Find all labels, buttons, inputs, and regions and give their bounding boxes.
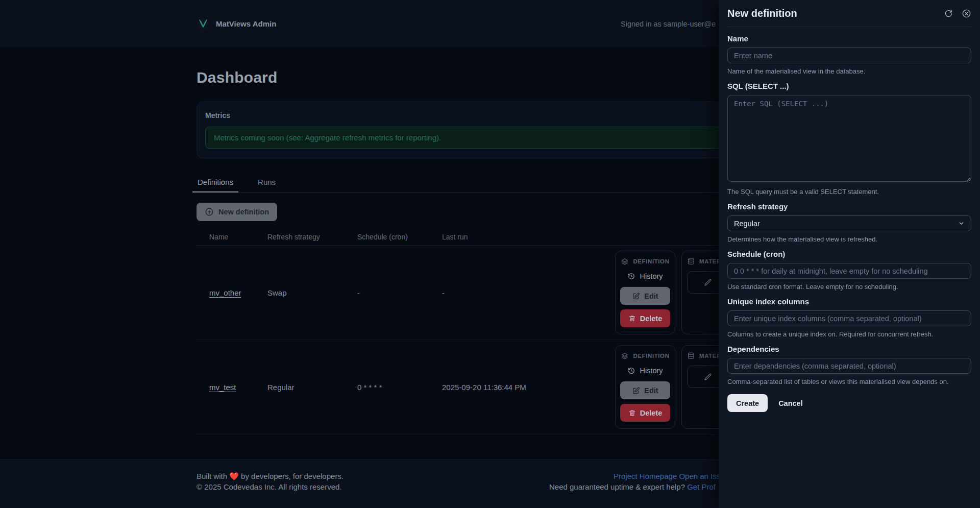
definition-box-label: DEFINITION [633, 258, 669, 264]
unique-index-input[interactable] [727, 310, 971, 326]
dependencies-label: Dependencies [727, 345, 971, 353]
new-definition-drawer: New definition Name Name of the material… [719, 0, 980, 508]
edit-button[interactable]: Edit [620, 381, 670, 399]
chevron-down-icon [958, 220, 965, 227]
schedule-helper: Use standard cron format. Leave empty fo… [727, 283, 971, 291]
database-icon [687, 352, 695, 360]
database-icon [687, 257, 695, 265]
pencil-icon [704, 278, 712, 286]
edit-pencil-icon [632, 386, 640, 395]
definition-actions-box: DEFINITION History [615, 251, 675, 334]
dependencies-helper: Comma-separated list of tables or views … [727, 378, 971, 385]
last-run-cell: 2025-09-20 11:36:44 PM [442, 383, 595, 392]
layers-icon [621, 257, 629, 265]
unique-index-label: Unique index columns [727, 297, 971, 306]
sql-label: SQL (SELECT ...) [727, 82, 971, 90]
refresh-icon[interactable] [944, 9, 953, 18]
sql-textarea[interactable] [727, 95, 971, 182]
definition-actions-box: DEFINITION History [615, 345, 675, 429]
history-button[interactable]: History [627, 270, 663, 282]
history-icon [627, 272, 635, 280]
tab-bar: Definitions Runs [197, 178, 783, 192]
edit-button[interactable]: Edit [620, 287, 670, 305]
metrics-card: Metrics Metrics coming soon (see: Aggreg… [197, 102, 783, 158]
app-title: MatViews Admin [216, 19, 276, 28]
unique-index-helper: Columns to create a unique index on. Req… [727, 330, 971, 338]
sql-helper: The SQL query must be a valid SELECT sta… [727, 188, 971, 196]
column-header-refresh-strategy: Refresh strategy [267, 233, 357, 241]
support-text: Need guaranteed uptime & expert help? [549, 482, 687, 491]
plus-circle-icon [205, 207, 214, 216]
name-input[interactable] [727, 47, 971, 63]
trash-icon [628, 315, 636, 322]
name-label: Name [727, 34, 971, 43]
schedule-cell: 0 * * * * [357, 383, 442, 392]
history-button[interactable]: History [627, 365, 663, 377]
new-definition-button[interactable]: New definition [197, 203, 277, 221]
edit-pencil-icon [632, 292, 640, 300]
table-header-row: Name Refresh strategy Schedule (cron) La… [197, 228, 783, 246]
page-title: Dashboard [197, 69, 783, 86]
column-header-schedule: Schedule (cron) [357, 233, 442, 241]
delete-button[interactable]: Delete [620, 404, 670, 422]
schedule-input[interactable] [727, 263, 971, 279]
tab-definitions[interactable]: Definitions [197, 178, 234, 192]
app-logo-icon [197, 17, 210, 31]
definitions-table: Name Refresh strategy Schedule (cron) La… [197, 228, 783, 434]
history-icon [627, 367, 635, 375]
column-header-name: Name [197, 233, 267, 241]
close-icon[interactable] [962, 9, 971, 18]
cancel-button[interactable]: Cancel [778, 399, 803, 407]
footer-copyright: © 2025 Codevedas Inc. All rights reserve… [197, 481, 344, 492]
metrics-title: Metrics [205, 111, 775, 119]
refresh-strategy-label: Refresh strategy [727, 202, 971, 211]
materialised-box-label: MATER [699, 258, 721, 264]
signed-in-text: Signed in as sample-user@e [621, 20, 716, 28]
trash-icon [628, 409, 636, 417]
layers-icon [621, 352, 629, 360]
column-header-last-run: Last run [442, 233, 595, 241]
support-link[interactable]: Get Prof [687, 482, 716, 491]
refresh-strategy-cell: Regular [267, 383, 357, 392]
refresh-strategy-helper: Determines how the materialised view is … [727, 235, 971, 243]
dependencies-input[interactable] [727, 358, 971, 374]
heart-icon: ❤️ [229, 472, 239, 480]
tab-runs[interactable]: Runs [257, 178, 277, 192]
mv-name-link[interactable]: mv_test [209, 383, 236, 392]
delete-button[interactable]: Delete [620, 309, 670, 327]
schedule-label: Schedule (cron) [727, 250, 971, 258]
drawer-title: New definition [727, 8, 797, 19]
footer-made-with: Built with ❤️ by developers, for develop… [197, 471, 344, 481]
table-row: mv_test Regular 0 * * * * 2025-09-20 11:… [197, 340, 783, 434]
pencil-icon [704, 373, 712, 381]
mv-name-link[interactable]: mv_other [209, 288, 241, 297]
create-button[interactable]: Create [727, 394, 768, 412]
table-row: mv_other Swap - - DEFINITION [197, 246, 783, 340]
metrics-coming-soon-notice: Metrics coming soon (see: Aggregate refr… [205, 127, 775, 149]
refresh-strategy-cell: Swap [267, 288, 357, 297]
project-homepage-link[interactable]: Project Homepage [614, 472, 677, 480]
open-issue-link[interactable]: Open an Iss [679, 472, 720, 480]
materialised-box-label: MATER [699, 353, 721, 359]
last-run-cell: - [442, 288, 595, 297]
definition-box-label: DEFINITION [633, 353, 669, 359]
schedule-cell: - [357, 288, 442, 297]
refresh-strategy-select[interactable]: Regular [727, 215, 971, 231]
name-helper: Name of the materialised view in the dat… [727, 67, 971, 75]
